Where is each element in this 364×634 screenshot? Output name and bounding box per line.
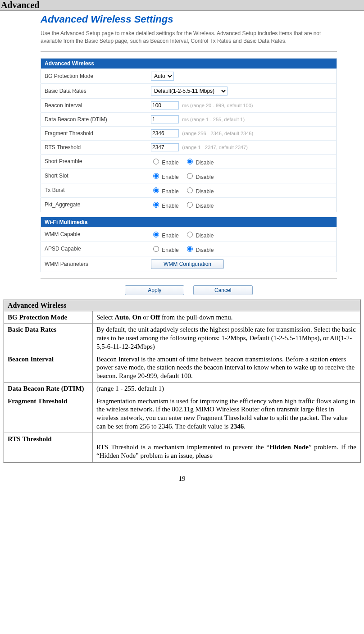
aw-section-head: Advanced Wireless	[41, 58, 337, 68]
disable-text: Disable	[196, 203, 214, 209]
desc-body-basic: By default, the unit adaptively selects …	[93, 324, 360, 353]
desc-body-frag: Fragmentation mechanism is used for impr…	[93, 395, 360, 433]
enable-text: Enable	[162, 233, 178, 239]
pktagg-enable[interactable]: Enable	[151, 203, 179, 209]
bold: On	[132, 314, 141, 321]
txburst-label: Tx Burst	[41, 183, 148, 197]
short-slot-disable[interactable]: Disable	[185, 174, 214, 180]
wifi-multimedia-table: Wi-Fi Multimedia WMM Capable Enable Disa…	[41, 217, 337, 272]
radio-disable[interactable]	[187, 159, 193, 164]
text: .	[244, 423, 246, 430]
admin-panel-screenshot: Advanced Wireless Settings Use the Advan…	[41, 14, 337, 295]
desc-body-rts: RTS Threshold is a mechanism implemented…	[93, 433, 360, 462]
beacon-interval-input[interactable]	[151, 101, 179, 109]
basic-rates-select[interactable]: Default(1-2-5.5-11 Mbps)	[151, 87, 228, 96]
wmm-disable[interactable]: Disable	[185, 233, 214, 239]
short-preamble-label: Short Preamble	[41, 154, 148, 169]
admin-panel-title: Advanced Wireless Settings	[41, 14, 337, 25]
bold: 2346	[230, 423, 244, 430]
radio-enable[interactable]	[153, 232, 159, 237]
text: ,	[129, 314, 132, 321]
cancel-button[interactable]: Cancel	[193, 285, 253, 295]
desc-term-rts: RTS Threshold	[4, 433, 93, 462]
divider	[41, 278, 337, 279]
bold: Auto	[114, 314, 129, 321]
apsd-enable[interactable]: Enable	[151, 247, 179, 253]
radio-enable[interactable]	[153, 173, 159, 179]
apply-button[interactable]: Apply	[125, 285, 184, 295]
enable-text: Enable	[162, 188, 178, 195]
wmm-params-label: WMM Parameters	[41, 256, 148, 272]
admin-panel-intro: Use the Advanced Setup page to make deta…	[41, 30, 337, 45]
bg-mode-select[interactable]: Auto	[151, 72, 174, 81]
txburst-enable[interactable]: Enable	[151, 188, 179, 195]
radio-disable[interactable]	[187, 246, 193, 252]
rts-hint: (range 1 - 2347, default 2347)	[182, 145, 248, 150]
disable-text: Disable	[196, 233, 214, 239]
text: or	[141, 314, 150, 321]
short-slot-label: Short Slot	[41, 169, 148, 183]
rts-label: RTS Threshold	[41, 140, 148, 154]
dtim-hint: ms (range 1 - 255, default 1)	[182, 117, 245, 122]
button-row: Apply Cancel	[41, 285, 337, 295]
dtim-label: Data Beacon Rate (DTIM)	[41, 112, 148, 126]
disable-text: Disable	[196, 174, 214, 180]
desc-term-bg: BG Protection Mode	[4, 311, 93, 324]
desc-term-frag: Fragment Threshold	[4, 395, 93, 433]
enable-text: Enable	[162, 174, 178, 180]
radio-enable[interactable]	[153, 246, 159, 252]
pktagg-disable[interactable]: Disable	[185, 203, 214, 209]
disable-text: Disable	[196, 188, 214, 195]
short-slot-enable[interactable]: Enable	[151, 174, 179, 180]
bold: Off	[150, 314, 160, 321]
bold: Hidden Node	[269, 443, 309, 451]
page-header-title: Advanced	[1, 0, 40, 10]
text: Select	[96, 314, 114, 321]
enable-text: Enable	[162, 247, 178, 253]
desc-term-dtim: Data Beacon Rate (DTIM)	[4, 382, 93, 395]
text: Fragmentation mechanism is used for impr…	[96, 397, 355, 430]
divider	[41, 51, 337, 52]
frag-input[interactable]	[151, 129, 179, 137]
radio-enable[interactable]	[153, 187, 159, 193]
desc-term-basic: Basic Data Rates	[4, 324, 93, 353]
description-table: Advanced Wireless BG Protection Mode Sel…	[4, 300, 360, 462]
enable-text: Enable	[162, 203, 178, 209]
apsd-disable[interactable]: Disable	[185, 247, 214, 253]
beacon-interval-hint: ms (range 20 - 999, default 100)	[182, 103, 253, 108]
desc-term-beacon: Beacon Interval	[4, 353, 93, 382]
bg-mode-label: BG Protection Mode	[41, 68, 148, 83]
wmm-capable-label: WMM Capable	[41, 227, 148, 242]
radio-disable[interactable]	[187, 187, 193, 193]
description-table-wrapper: Advanced Wireless BG Protection Mode Sel…	[3, 299, 361, 463]
wmm-enable[interactable]: Enable	[151, 233, 179, 239]
beacon-interval-label: Beacon Interval	[41, 98, 148, 112]
desc-body-dtim: (range 1 - 255, default 1)	[93, 382, 360, 395]
radio-disable[interactable]	[187, 202, 193, 208]
desc-body-beacon: Beacon Interval is the amount of time be…	[93, 353, 360, 382]
disable-text: Disable	[196, 247, 214, 253]
wmm-configuration-button[interactable]: WMM Configuration	[151, 259, 224, 269]
radio-enable[interactable]	[153, 202, 159, 208]
desc-section-head: Advanced Wireless	[4, 300, 360, 311]
pktagg-label: Pkt_Aggregate	[41, 197, 148, 212]
text: from the pull-down menu.	[160, 314, 232, 321]
txburst-disable[interactable]: Disable	[185, 188, 214, 195]
frag-label: Fragment Threshold	[41, 126, 148, 140]
basic-rates-label: Basic Data Rates	[41, 83, 148, 98]
dtim-input[interactable]	[151, 115, 179, 123]
desc-body-bg: Select Auto, On or Off from the pull-dow…	[93, 311, 360, 324]
radio-enable[interactable]	[153, 159, 159, 164]
short-preamble-enable[interactable]: Enable	[151, 160, 179, 166]
page-header: Advanced	[0, 0, 364, 11]
advanced-wireless-table: Advanced Wireless BG Protection Mode Aut…	[41, 58, 337, 212]
page-number: 19	[0, 475, 364, 483]
rts-input[interactable]	[151, 143, 179, 151]
wm-section-head: Wi-Fi Multimedia	[41, 217, 337, 227]
radio-disable[interactable]	[187, 173, 193, 179]
disable-text: Disable	[196, 160, 214, 166]
radio-disable[interactable]	[187, 232, 193, 237]
short-preamble-disable[interactable]: Disable	[185, 160, 214, 166]
text: RTS Threshold is a mechanism implemented…	[96, 443, 269, 451]
apsd-label: APSD Capable	[41, 242, 148, 256]
